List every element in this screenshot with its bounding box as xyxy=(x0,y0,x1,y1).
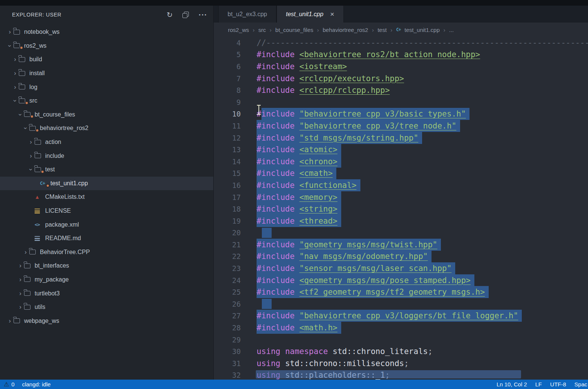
code-line-24[interactable]: 24#include <geometry_msgs/msg/pose_stamp… xyxy=(214,274,588,286)
code-line-16[interactable]: 16#include <functional> xyxy=(214,179,588,191)
breadcrumb-item-src[interactable]: src xyxy=(258,27,266,33)
chevron-right-icon[interactable]: › xyxy=(6,28,14,36)
code-line-18[interactable]: 18#include <string> xyxy=(214,203,588,215)
code-line-30[interactable]: 30using namespace std::chrono_literals; xyxy=(214,345,588,357)
tree-item-notebook_ws[interactable]: ›notebook_ws xyxy=(0,25,213,39)
chevron-down-icon[interactable]: › xyxy=(6,42,14,50)
code-line-11[interactable]: 11#include "behaviortree_cpp_v3/tree_nod… xyxy=(214,120,588,132)
tree-item-include[interactable]: ›include xyxy=(0,149,213,163)
eol-indicator[interactable]: LF xyxy=(535,381,542,387)
tree-item-package.xml[interactable]: <>package.xml xyxy=(0,218,213,232)
tree-item-bt_course_files[interactable]: ›bt_course_files xyxy=(0,108,213,122)
code-line-13[interactable]: 13#include <atomic> xyxy=(214,144,588,156)
more-actions-icon[interactable] xyxy=(199,13,207,17)
tree-item-test[interactable]: ›test xyxy=(0,163,213,177)
code-line-21[interactable]: 21#include "geometry_msgs/msg/twist.hpp" xyxy=(214,239,588,251)
chevron-right-icon[interactable]: › xyxy=(17,303,24,311)
chevron-down-icon[interactable]: › xyxy=(22,124,29,132)
tree-item-webpage_ws[interactable]: ›webpage_ws xyxy=(0,314,213,328)
chevron-right-icon[interactable]: › xyxy=(6,317,14,325)
folder-icon xyxy=(14,318,23,323)
collapse-folders-icon[interactable] xyxy=(182,12,189,18)
code-line-6[interactable]: 6#include <iostream> xyxy=(214,61,588,73)
code-line-20[interactable]: 20 xyxy=(214,227,588,239)
tree-item-label: LICENSE xyxy=(45,207,71,214)
code-line-31[interactable]: 31using std::chrono::milliseconds; xyxy=(214,357,588,369)
tree-item-CMakeLists.txt[interactable]: ▲CMakeLists.txt xyxy=(0,190,213,204)
tree-item-log[interactable]: ›log xyxy=(0,80,213,94)
tree-item-build[interactable]: ›build xyxy=(0,53,213,67)
tree-item-src[interactable]: ›src xyxy=(0,94,213,108)
tree-item-install[interactable]: ›install xyxy=(0,67,213,80)
breadcrumb-item-...[interactable]: ... xyxy=(449,27,454,33)
code-line-10[interactable]: 10#include "behaviortree_cpp_v3/basic_ty… xyxy=(214,108,588,120)
tree-item-label: notebook_ws xyxy=(24,29,59,35)
breadcrumb-item-behaviortree_ros2[interactable]: behaviortree_ros2 xyxy=(323,27,368,33)
code-line-25[interactable]: 25#include <tf2_geometry_msgs/tf2_geomet… xyxy=(214,286,588,298)
tab-test_unit1.cpp[interactable]: test_unit1.cpp× xyxy=(277,6,344,23)
line-content: #include <rclcpp/executors.hpp> xyxy=(257,74,404,83)
tree-item-test_unit1.cpp[interactable]: C+test_unit1.cpp xyxy=(0,177,213,191)
tree-item-README.md[interactable]: README.md xyxy=(0,232,213,245)
git-modified-dot xyxy=(35,129,39,132)
vscode-window: EXPLORER: USER ›notebook_ws›ros2_ws›buil… xyxy=(0,0,588,389)
tree-item-ros2_ws[interactable]: ›ros2_ws xyxy=(0,39,213,53)
code-line-19[interactable]: 19#include <thread> xyxy=(214,215,588,227)
code-editor[interactable]: 4//-------------------------------------… xyxy=(214,37,588,380)
close-icon[interactable]: × xyxy=(330,11,334,18)
code-line-29[interactable]: 29 xyxy=(214,334,588,346)
text-cursor-ibeam xyxy=(258,105,259,115)
breadcrumb-item-test_unit1.cpp[interactable]: test_unit1.cpp xyxy=(404,27,439,33)
chevron-right-icon[interactable]: › xyxy=(22,248,29,256)
code-line-26[interactable]: 26 xyxy=(214,298,588,310)
code-line-7[interactable]: 7#include <rclcpp/executors.hpp> xyxy=(214,73,588,85)
cursor-position[interactable]: Ln 10, Col 2 xyxy=(497,381,527,387)
chevron-right-icon[interactable]: › xyxy=(11,56,19,63)
tree-item-bt_interfaces[interactable]: ›bt_interfaces xyxy=(0,259,213,273)
code-line-22[interactable]: 22#include "nav_msgs/msg/odometry.hpp" xyxy=(214,251,588,263)
chevron-right-icon[interactable]: › xyxy=(27,152,35,160)
problems-indicator[interactable]: ⚠ 0 xyxy=(4,381,15,388)
indent-indicator[interactable]: Spac xyxy=(574,381,587,387)
code-line-4[interactable]: 4//-------------------------------------… xyxy=(214,37,588,49)
clangd-status[interactable]: clangd: idle xyxy=(22,381,51,387)
folder-icon xyxy=(19,57,29,62)
chevron-down-icon[interactable]: › xyxy=(11,97,19,104)
chevron-down-icon[interactable]: › xyxy=(27,166,35,173)
code-line-27[interactable]: 27#include "behaviortree_cpp_v3/loggers/… xyxy=(214,310,588,322)
chevron-right-icon[interactable]: › xyxy=(27,138,35,146)
code-line-17[interactable]: 17#include <memory> xyxy=(214,191,588,203)
code-line-9[interactable]: 9 xyxy=(214,96,588,108)
horizontal-scrollbar[interactable] xyxy=(256,370,521,378)
refresh-icon[interactable] xyxy=(167,11,173,19)
tree-item-BehaviorTree.CPP[interactable]: ›BehaviorTree.CPP xyxy=(0,245,213,259)
breadcrumb-item-bt_course_files[interactable]: bt_course_files xyxy=(275,27,313,33)
tree-item-my_package[interactable]: ›my_package xyxy=(0,273,213,287)
tab-bt_u2_ex3.cpp[interactable]: bt_u2_ex3.cpp xyxy=(218,6,277,23)
tree-item-label: log xyxy=(29,84,37,91)
breadcrumb-item-test[interactable]: test xyxy=(378,27,387,33)
chevron-right-icon[interactable]: › xyxy=(17,276,24,283)
code-line-15[interactable]: 15#include <cmath> xyxy=(214,168,588,180)
selection-highlight: #include <string> xyxy=(257,203,341,215)
code-line-12[interactable]: 12#include "std_msgs/msg/string.hpp" xyxy=(214,132,588,144)
chevron-right-icon[interactable]: › xyxy=(17,262,24,269)
explorer-title: EXPLORER: USER xyxy=(12,12,167,18)
tree-item-LICENSE[interactable]: LICENSE xyxy=(0,204,213,218)
tree-item-behaviortree_ros2[interactable]: ›behaviortree_ros2 xyxy=(0,121,213,135)
tree-item-turtlebot3[interactable]: ›turtlebot3 xyxy=(0,286,213,300)
tree-item-action[interactable]: ›action xyxy=(0,135,213,149)
chevron-right-icon[interactable]: › xyxy=(17,290,24,297)
chevron-right-icon[interactable]: › xyxy=(11,70,19,77)
code-line-8[interactable]: 8#include <rclcpp/rclcpp.hpp> xyxy=(214,84,588,96)
chevron-down-icon[interactable]: › xyxy=(17,111,24,118)
breadcrumb-item-ros2_ws[interactable]: ros2_ws xyxy=(228,27,249,33)
encoding-indicator[interactable]: UTF-8 xyxy=(550,381,566,387)
code-line-5[interactable]: 5#include <behaviortree_ros2/bt_action_n… xyxy=(214,49,588,61)
code-line-28[interactable]: 28#include <math.h> xyxy=(214,322,588,334)
tree-item-utils[interactable]: ›utils xyxy=(0,300,213,314)
code-line-23[interactable]: 23#include "sensor_msgs/msg/laser_scan.h… xyxy=(214,262,588,274)
chevron-right-icon[interactable]: › xyxy=(11,83,19,91)
code-line-14[interactable]: 14#include <chrono> xyxy=(214,156,588,168)
line-content xyxy=(257,299,272,309)
